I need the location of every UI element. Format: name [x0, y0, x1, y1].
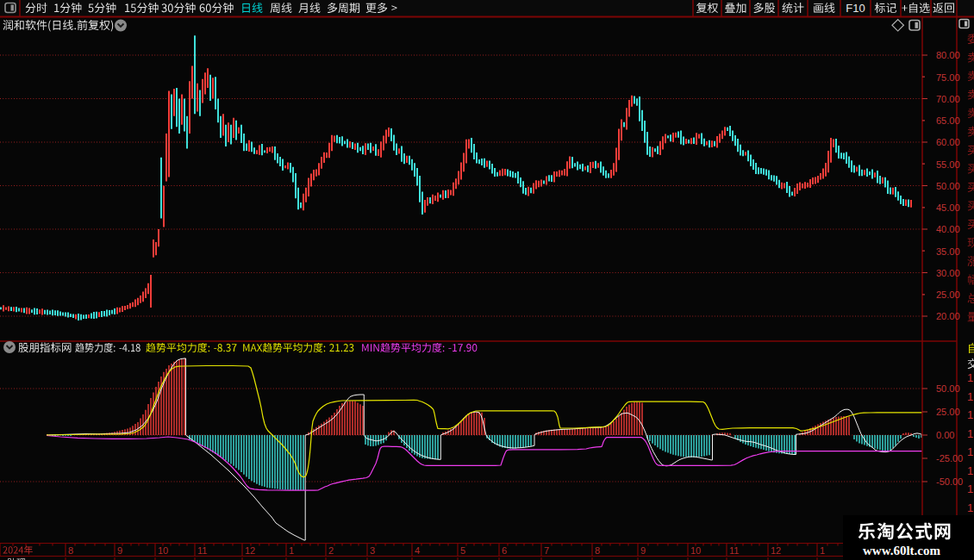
svg-text:1: 1 [967, 371, 973, 384]
svg-text:www.60lt.com: www.60lt.com [863, 544, 940, 557]
svg-text:8: 8 [595, 545, 600, 556]
svg-text:80.00: 80.00 [936, 50, 960, 60]
svg-text:25.00: 25.00 [936, 407, 960, 417]
svg-text:70.00: 70.00 [936, 94, 960, 104]
svg-text:1: 1 [289, 545, 294, 556]
svg-text:20.00: 20.00 [936, 311, 960, 321]
svg-text:9: 9 [117, 545, 122, 556]
svg-text:50.00: 50.00 [936, 181, 960, 191]
svg-text:9: 9 [640, 545, 646, 556]
svg-text:75.00: 75.00 [936, 72, 960, 83]
svg-text:6: 6 [502, 545, 507, 556]
svg-text:5: 5 [460, 545, 465, 556]
svg-text:60.00: 60.00 [936, 137, 960, 147]
svg-text:1: 1 [967, 482, 973, 495]
svg-text:1: 1 [967, 501, 973, 514]
svg-text:12: 12 [771, 545, 781, 556]
svg-text:4: 4 [415, 545, 420, 556]
svg-text:30.00: 30.00 [936, 268, 960, 278]
svg-text:1: 1 [967, 445, 973, 458]
svg-text:1: 1 [967, 390, 973, 403]
svg-text:2: 2 [328, 545, 334, 556]
svg-text:7: 7 [544, 545, 549, 556]
svg-text:8: 8 [68, 545, 73, 556]
svg-text:12: 12 [245, 545, 255, 556]
svg-text:-25.00: -25.00 [936, 453, 963, 464]
svg-text:65.00: 65.00 [936, 115, 960, 126]
svg-text:1: 1 [967, 408, 973, 421]
svg-text:1: 1 [967, 427, 973, 440]
svg-text:0.00: 0.00 [936, 430, 954, 440]
svg-text:25.00: 25.00 [936, 289, 960, 300]
svg-text:11: 11 [729, 545, 739, 556]
svg-text:50.00: 50.00 [936, 383, 960, 394]
svg-text:1: 1 [967, 464, 973, 477]
svg-text:3: 3 [370, 545, 375, 556]
svg-text:45.00: 45.00 [936, 202, 960, 213]
svg-text:10: 10 [158, 545, 168, 556]
svg-text:F10: F10 [846, 2, 865, 15]
svg-text:10: 10 [690, 545, 701, 556]
svg-text:-50.00: -50.00 [936, 476, 963, 487]
svg-text:35.00: 35.00 [936, 246, 960, 257]
svg-text:1: 1 [820, 545, 825, 556]
svg-text:55.00: 55.00 [936, 159, 960, 170]
svg-text:11: 11 [197, 545, 207, 556]
svg-text:40.00: 40.00 [936, 224, 960, 234]
